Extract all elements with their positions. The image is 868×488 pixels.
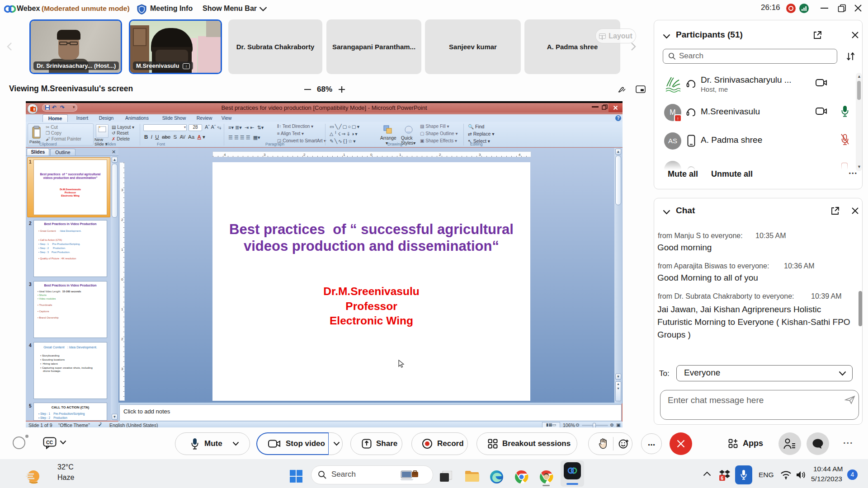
svg-text:6: 6 [721,476,724,481]
svg-text:CC: CC [46,440,53,445]
